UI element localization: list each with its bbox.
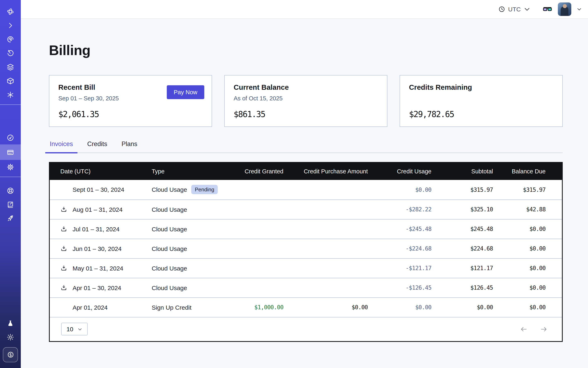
- credit-purchase-value: [291, 180, 376, 200]
- invoices-table-header: Date (UTC) Type Credit Granted Credit Pu…: [50, 163, 562, 180]
- invoice-type-cell: Sign Up Credit: [144, 297, 235, 317]
- card-as-of: As of Oct 15, 2025: [234, 95, 378, 101]
- credit-granted-value: $1,000.00: [235, 297, 291, 317]
- invoice-type-cell: Cloud Usage: [144, 200, 235, 219]
- invoice-table-row[interactable]: Apr 01 – 30, 2024 Cloud Usage -$126.45 $…: [50, 278, 562, 297]
- subtotal-value: $325.10: [440, 200, 501, 219]
- download-invoice-button[interactable]: [60, 206, 72, 213]
- credit-granted-value: [235, 219, 291, 239]
- gear-icon: [7, 163, 14, 171]
- reader-glasses-icon[interactable]: [542, 4, 552, 14]
- sidebar-item-billing[interactable]: [0, 144, 21, 160]
- subtotal-value: $126.45: [440, 278, 501, 297]
- dollar-badge-icon: [6, 351, 15, 359]
- invoice-type: Cloud Usage: [152, 245, 187, 252]
- column-header-type: Type: [144, 163, 235, 180]
- status-badge: Pending: [191, 185, 218, 194]
- download-invoice-button[interactable]: [60, 265, 72, 272]
- credit-purchase-value: [291, 219, 376, 239]
- page-size-select[interactable]: 10: [61, 323, 88, 335]
- sidebar-item-support[interactable]: [0, 184, 21, 197]
- invoice-table-row[interactable]: Apr 01, 2024 Sign Up Credit $1,000.00 $0…: [50, 297, 562, 317]
- invoice-date: Jun 01 – 30, 2024: [72, 245, 121, 252]
- invoice-type: Cloud Usage: [152, 284, 187, 291]
- credit-usage-value: -$224.68: [376, 239, 440, 258]
- clock-reset-icon: [7, 49, 14, 57]
- app-logo[interactable]: [0, 5, 21, 18]
- card-title: Credits Remaining: [409, 83, 553, 92]
- invoices-table: Date (UTC) Type Credit Granted Credit Pu…: [50, 163, 562, 317]
- credit-purchase-value: $0.00: [291, 297, 376, 317]
- sidebar-item-theme[interactable]: [0, 331, 21, 343]
- tab-plans[interactable]: Plans: [121, 140, 138, 153]
- sidebar-divider: [0, 104, 21, 105]
- page-title: Billing: [49, 42, 563, 58]
- sidebar-item-observe[interactable]: [0, 33, 21, 46]
- invoice-table-row[interactable]: Sept 01 – 30, 2024 Cloud Usage Pending $…: [50, 180, 562, 200]
- spiral-eye-icon: [7, 35, 14, 43]
- invoice-table-body: Sept 01 – 30, 2024 Cloud Usage Pending $…: [50, 180, 562, 317]
- avatar[interactable]: [558, 2, 571, 16]
- invoice-type-cell: Cloud Usage: [144, 219, 235, 239]
- credit-usage-value: -$126.45: [376, 278, 440, 297]
- invoice-date: Apr 01, 2024: [72, 304, 108, 311]
- invoice-table-row[interactable]: Jun 01 – 30, 2024 Cloud Usage -$224.68 $…: [50, 239, 562, 258]
- sidebar-item-layers[interactable]: [0, 60, 21, 74]
- flask-icon: [7, 319, 14, 327]
- sidebar-item-docs[interactable]: [0, 198, 21, 211]
- credits-remaining-amount: $29,782.65: [409, 109, 454, 119]
- invoice-table-row[interactable]: May 01 – 31, 2024 Cloud Usage -$121.17 $…: [50, 258, 562, 278]
- main-content: Billing Recent Bill Sep 01 – Sep 30, 202…: [21, 19, 588, 368]
- column-header-credit-usage: Credit Usage: [376, 163, 440, 180]
- sidebar-item-asterisk[interactable]: [0, 88, 21, 101]
- speedometer-icon: [7, 134, 14, 141]
- invoice-table-row[interactable]: Aug 01 – 31, 2024 Cloud Usage -$282.22 $…: [50, 200, 562, 219]
- credits-button[interactable]: [3, 347, 18, 362]
- download-invoice-button[interactable]: [60, 225, 72, 232]
- download-invoice-button[interactable]: [60, 284, 72, 291]
- invoice-type-cell: Cloud Usage: [144, 278, 235, 297]
- invoice-table-row[interactable]: Jul 01 – 31, 2024 Cloud Usage -$245.48 $…: [50, 219, 562, 239]
- tab-credits[interactable]: Credits: [86, 140, 108, 153]
- invoice-date: Apr 01 – 30, 2024: [72, 284, 121, 291]
- layers-icon: [7, 63, 14, 71]
- next-page-button[interactable]: [540, 325, 548, 333]
- credit-granted-value: [235, 200, 291, 219]
- clock-icon: [498, 6, 505, 13]
- sidebar-item-history[interactable]: [0, 46, 21, 60]
- download-invoice-button[interactable]: [60, 245, 72, 252]
- balance-due-value: $0.00: [501, 278, 562, 297]
- sidebar-item-collapse[interactable]: [0, 19, 21, 32]
- sidebar-divider: [0, 177, 21, 177]
- arrow-left-icon: [519, 325, 528, 333]
- topbar: UTC: [21, 0, 588, 19]
- orbit-logo-icon: [7, 8, 14, 15]
- sidebar-item-labs[interactable]: [0, 317, 21, 330]
- invoice-date-cell: Apr 01 – 30, 2024: [50, 278, 144, 297]
- previous-page-button[interactable]: [519, 325, 528, 333]
- sidebar-item-settings[interactable]: [0, 160, 21, 173]
- invoice-type: Sign Up Credit: [152, 304, 191, 311]
- sidebar-item-containers[interactable]: [0, 74, 21, 87]
- sidebar-item-getting-started[interactable]: [0, 212, 21, 225]
- billing-tabs: Invoices Credits Plans: [49, 140, 563, 153]
- invoice-date-cell: May 01 – 31, 2024: [50, 258, 144, 278]
- column-header-credit-purchase: Credit Purchase Amount: [291, 163, 376, 180]
- invoice-date: May 01 – 31, 2024: [72, 265, 123, 272]
- invoice-date-cell: Apr 01, 2024: [50, 297, 144, 317]
- credit-purchase-value: [291, 258, 376, 278]
- chevron-down-icon[interactable]: [577, 7, 582, 12]
- download-icon: [60, 245, 67, 252]
- credit-usage-value: -$245.48: [376, 219, 440, 239]
- credits-remaining-card: Credits Remaining $29,782.65: [400, 75, 563, 127]
- tab-invoices[interactable]: Invoices: [49, 140, 74, 153]
- sidebar-bottom-group: [0, 316, 21, 368]
- timezone-selector[interactable]: UTC: [498, 6, 531, 13]
- credit-granted-value: [235, 278, 291, 297]
- sidebar-item-usage[interactable]: [0, 131, 21, 144]
- pay-now-button[interactable]: Pay Now: [167, 85, 204, 99]
- credit-usage-value: $0.00: [376, 297, 440, 317]
- subtotal-value: $121.17: [440, 258, 501, 278]
- arrow-right-icon: [540, 325, 548, 333]
- page-size-value: 10: [66, 326, 73, 332]
